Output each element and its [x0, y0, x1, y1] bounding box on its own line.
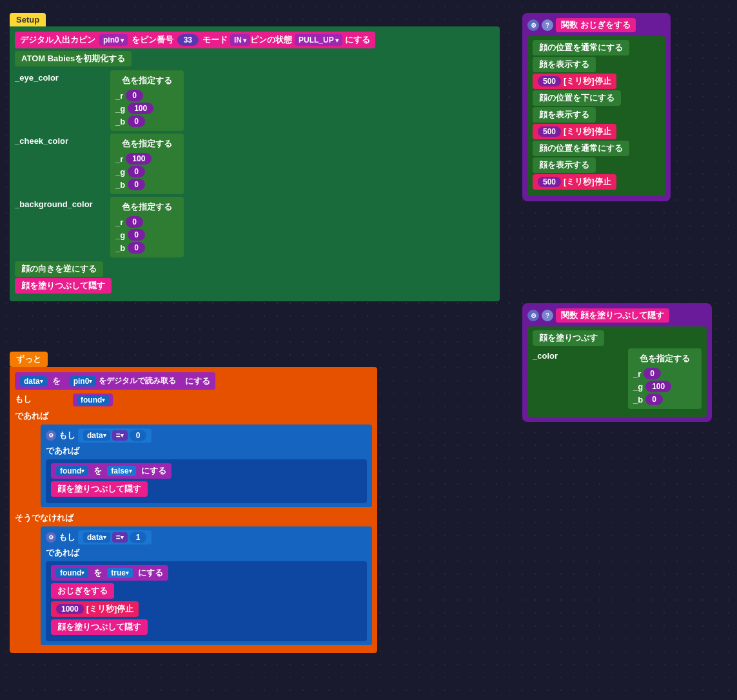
- wait-block-1[interactable]: 500 [ミリ秒]停止: [533, 74, 616, 89]
- denareba2-row: であれば: [46, 445, 367, 457]
- atom-init-row: ATOM Babiesを初期化する: [15, 51, 495, 66]
- found-dropdown3[interactable]: found: [56, 568, 88, 578]
- nurikomu-g[interactable]: 100: [645, 381, 671, 392]
- face-fill-hide3[interactable]: 顔を塗りつぶして隠す: [51, 619, 148, 635]
- wait-num-3: 500: [538, 177, 561, 187]
- inner-moshi1-header: ⚙ もし data = 0: [46, 428, 367, 443]
- mode-dropdown[interactable]: IN: [230, 34, 250, 46]
- func-nurikomu-body: 顔を塗りつぶす _color 色を指定する _r0 _g100 _b0: [527, 326, 707, 417]
- func-nurikomu-header: ⚙ ? 関数 顔を塗りつぶして隠す: [527, 308, 707, 323]
- bg-color-section: _background_color 色を指定する _r0 _g0 _b0: [15, 197, 495, 257]
- face-show-3[interactable]: 顔を表示する: [533, 157, 596, 173]
- data-dropdown2[interactable]: data: [83, 532, 110, 543]
- inner-moshi1-cond[interactable]: data = 0: [78, 428, 152, 443]
- func-nurikomu-title[interactable]: 関数 顔を塗りつぶして隠す: [556, 308, 669, 323]
- false-dropdown[interactable]: false: [107, 466, 135, 476]
- assign-found-false[interactable]: found を false にする: [51, 463, 172, 479]
- eye-r[interactable]: 0: [126, 90, 143, 101]
- face-show-2[interactable]: 顔を表示する: [533, 107, 596, 123]
- ojigi-block[interactable]: おじぎをする: [51, 583, 114, 599]
- setup-area: Setup デジタル入出カピン pin0 をピン番号 33 モード IN ピンの…: [10, 13, 500, 301]
- nurikomu-color-var: _color: [533, 348, 623, 361]
- val-1: 1: [130, 532, 147, 543]
- eye-b[interactable]: 0: [128, 115, 145, 127]
- zutto-wrapper: ずっと data を pin0 をデジタルで読み取る にする もし: [10, 352, 377, 653]
- func-nurikomu-panel: ⚙ ? 関数 顔を塗りつぶして隠す 顔を塗りつぶす _color 色を指定する …: [522, 303, 712, 422]
- found-dropdown2[interactable]: found: [56, 466, 88, 476]
- cheek-r[interactable]: 100: [126, 153, 152, 165]
- moshi1-label: もし: [15, 394, 32, 405]
- main-area: ずっと data を pin0 をデジタルで読み取る にする もし: [10, 352, 377, 653]
- nurikomu-color-section: _color 色を指定する _r0 _g100 _b0: [533, 348, 702, 409]
- eye-color-spec: 色を指定する _r0 _g100 _b0: [110, 70, 184, 131]
- bg-color-label[interactable]: 色を指定する: [115, 199, 179, 215]
- assign-found-false-row: found を false にする: [51, 463, 362, 479]
- bg-g[interactable]: 0: [128, 229, 145, 241]
- data-read-row: data を pin0 をデジタルで読み取る にする: [15, 372, 372, 390]
- soude-nakereba-label: そうでなければ: [15, 512, 74, 524]
- state-dropdown[interactable]: PULL_UP: [295, 34, 342, 46]
- pin0-read-block[interactable]: pin0 をデジタルで読み取る: [66, 374, 181, 388]
- cheek-color-var: _cheek_color: [15, 134, 105, 146]
- true-dropdown[interactable]: true: [107, 568, 133, 578]
- func-ojigi-title[interactable]: 関数 おじぎをする: [556, 18, 636, 32]
- assign-found-true[interactable]: found を true にする: [51, 565, 168, 581]
- func-settings-icon2: ⚙: [527, 310, 539, 321]
- face-down-1[interactable]: 顔の位置を下にする: [533, 90, 621, 106]
- data-dropdown1[interactable]: data: [83, 430, 110, 441]
- inner-moshi1: ⚙ もし data = 0 であれば found を: [41, 425, 372, 507]
- face-fill-hide-row: 顔を塗りつぶして隠す: [15, 278, 495, 294]
- bg-r[interactable]: 0: [126, 216, 143, 228]
- face-fill-hide3-row: 顔を塗りつぶして隠す: [51, 619, 362, 635]
- face-normal-2[interactable]: 顔の位置を通常にする: [533, 141, 629, 156]
- cheek-color-section: _cheek_color 色を指定する _r100 _g0 _b0: [15, 134, 495, 194]
- val-0: 0: [130, 430, 147, 441]
- eye-g[interactable]: 100: [128, 103, 153, 114]
- data-assign-block[interactable]: data を pin0 をデジタルで読み取る にする: [15, 372, 215, 390]
- digital-pin-block[interactable]: デジタル入出カピン pin0 をピン番号 33 モード IN ピンの状態 PUL…: [15, 32, 375, 48]
- atom-init-block[interactable]: ATOM Babiesを初期化する: [15, 51, 132, 66]
- setup-body: デジタル入出カピン pin0 をピン番号 33 モード IN ピンの状態 PUL…: [10, 26, 500, 301]
- wait-num-1: 500: [538, 76, 561, 86]
- wait-block-3[interactable]: 500 [ミリ秒]停止: [533, 174, 616, 190]
- pin-dropdown[interactable]: pin0: [99, 34, 128, 46]
- pin0-dropdown[interactable]: pin0: [70, 376, 97, 386]
- wait-block-2[interactable]: 500 [ミリ秒]停止: [533, 124, 616, 139]
- eq-dropdown2[interactable]: =: [112, 532, 128, 543]
- func-ojigi-body: 顔の位置を通常にする 顔を表示する 500 [ミリ秒]停止 顔の位置を下にする …: [527, 36, 665, 196]
- assign-found-true-row: found を true にする: [51, 565, 362, 581]
- nurikomu-b[interactable]: 0: [645, 394, 663, 405]
- func-ojigi-panel: ⚙ ? 関数 おじぎをする 顔の位置を通常にする 顔を表示する 500 [ミリ秒…: [522, 13, 671, 201]
- bg-b[interactable]: 0: [128, 242, 145, 254]
- soude-nakereba-row: そうでなければ: [15, 512, 372, 524]
- nurikomu-color-spec: 色を指定する _r0 _g100 _b0: [628, 348, 702, 409]
- face-fill-hide-block[interactable]: 顔を塗りつぶして隠す: [15, 278, 112, 294]
- cheek-b[interactable]: 0: [128, 179, 145, 190]
- face-show-1[interactable]: 顔を表示する: [533, 57, 596, 72]
- face-reverse-block[interactable]: 顔の向きを逆にする: [15, 261, 103, 277]
- nurikomu-color-label[interactable]: 色を指定する: [633, 351, 696, 366]
- zutto-label[interactable]: ずっと: [10, 352, 48, 367]
- face-fill-hide2-row: 顔を塗りつぶして隠す: [51, 481, 362, 497]
- found-dropdown[interactable]: found: [77, 395, 109, 405]
- found-cond[interactable]: found: [73, 394, 113, 406]
- wait-block-main[interactable]: 1000 [ミリ秒]停止: [51, 601, 139, 617]
- eye-color-label[interactable]: 色を指定する: [115, 73, 179, 88]
- inner-moshi2-header: ⚙ もし data = 1: [46, 530, 367, 545]
- moshi1-outer: もし found: [15, 394, 372, 406]
- cheek-color-label[interactable]: 色を指定する: [115, 136, 179, 152]
- pin-number[interactable]: 33: [177, 34, 199, 46]
- eye-color-var: _eye_color: [15, 70, 105, 83]
- eq-dropdown1[interactable]: =: [112, 430, 128, 441]
- bg-color-spec: 色を指定する _r0 _g0 _b0: [110, 197, 184, 257]
- inner-moshi2-cond[interactable]: data = 1: [78, 530, 152, 545]
- face-fill-block[interactable]: 顔を塗りつぶす: [533, 330, 604, 346]
- face-normal-1[interactable]: 顔の位置を通常にする: [533, 40, 629, 55]
- inner-moshi2-label: もし: [59, 532, 75, 543]
- data-var-dropdown[interactable]: data: [20, 376, 47, 386]
- nurikomu-r[interactable]: 0: [644, 368, 661, 379]
- inner-moshi1-label: もし: [59, 430, 75, 441]
- face-fill-hide2[interactable]: 顔を塗りつぶして隠す: [51, 481, 148, 497]
- cheek-g[interactable]: 0: [128, 166, 145, 177]
- wait-num-2: 500: [538, 126, 561, 137]
